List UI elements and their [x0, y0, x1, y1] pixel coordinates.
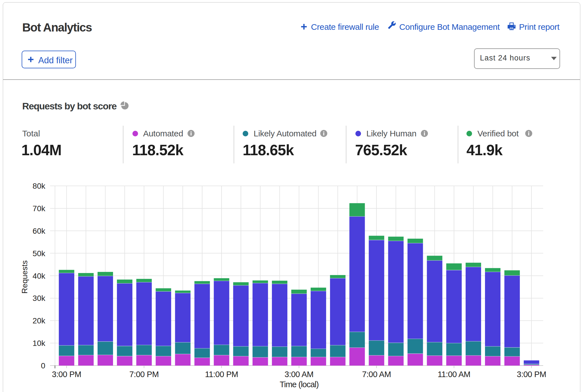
svg-text:11:00 AM: 11:00 AM: [438, 370, 470, 379]
svg-text:60k: 60k: [33, 227, 46, 235]
svg-text:11:00 PM: 11:00 PM: [205, 370, 238, 379]
svg-text:70k: 70k: [33, 204, 46, 213]
svg-text:0: 0: [41, 361, 45, 370]
svg-text:10k: 10k: [33, 339, 46, 348]
svg-text:30k: 30k: [33, 294, 46, 303]
svg-text:3:00 PM: 3:00 PM: [517, 370, 546, 379]
svg-text:7:00 AM: 7:00 AM: [362, 370, 391, 379]
svg-text:40k: 40k: [33, 272, 46, 280]
svg-text:3:00 PM: 3:00 PM: [52, 370, 81, 379]
svg-text:Time (local): Time (local): [280, 380, 319, 389]
svg-text:Requests: Requests: [20, 260, 29, 294]
svg-text:20k: 20k: [33, 316, 46, 325]
svg-text:50k: 50k: [33, 249, 46, 258]
svg-text:80k: 80k: [33, 182, 46, 190]
svg-text:3:00 AM: 3:00 AM: [285, 370, 313, 379]
svg-text:7:00 PM: 7:00 PM: [129, 370, 159, 379]
